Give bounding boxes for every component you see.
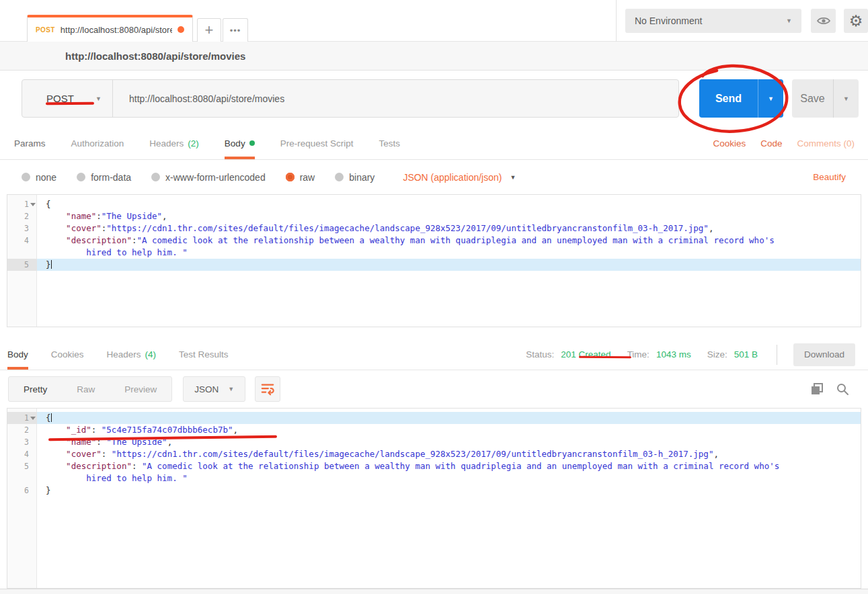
send-label[interactable]: Send bbox=[699, 79, 758, 118]
settings-button[interactable]: ⚙ bbox=[844, 9, 868, 33]
line-number: 6 bbox=[7, 484, 37, 497]
radio-icon bbox=[22, 173, 30, 181]
url-input[interactable] bbox=[113, 80, 678, 117]
request-tab-body[interactable]: Body bbox=[225, 128, 255, 159]
tab-options-button[interactable]: ••• bbox=[223, 18, 248, 42]
line-content: { bbox=[37, 412, 861, 424]
request-tabs: ParamsAuthorizationHeaders(2)BodyPre-req… bbox=[0, 128, 400, 159]
send-options-button[interactable]: ▼ bbox=[758, 79, 783, 118]
line-number: 3 bbox=[7, 436, 37, 448]
code-line: 6} bbox=[7, 484, 861, 497]
tab-method-badge: POST bbox=[36, 26, 55, 34]
request-tab-pre-request-script[interactable]: Pre-request Script bbox=[280, 128, 354, 159]
method-label: POST bbox=[46, 93, 74, 104]
request-tab-authorization[interactable]: Authorization bbox=[71, 128, 124, 159]
response-tab-test-results[interactable]: Test Results bbox=[179, 339, 229, 370]
link-code[interactable]: Code bbox=[760, 138, 782, 148]
line-content: "cover": "https://cdn1.thr.com/sites/def… bbox=[37, 448, 861, 460]
save-label[interactable]: Save bbox=[792, 79, 833, 118]
tab-url-label: http://localhost:8080/api/store/ bbox=[61, 25, 172, 35]
open-request-tab[interactable]: POST http://localhost:8080/api/store/ bbox=[27, 15, 193, 42]
code-line: 3 "name": "The Upside", bbox=[7, 436, 861, 448]
response-body-editor[interactable]: 1{2 "_id": "5c4e715fa74c07dbbb6ecb7b",3 … bbox=[7, 408, 861, 589]
response-meta-bar: BodyCookiesHeaders(4)Test Results Status… bbox=[0, 339, 868, 370]
request-tab-headers[interactable]: Headers(2) bbox=[149, 128, 199, 159]
tab-label: Headers bbox=[107, 349, 141, 359]
code-line: 3 "cover":"https://cdn1.thr.com/sites/de… bbox=[7, 222, 861, 235]
beautify-link[interactable]: Beautify bbox=[813, 172, 868, 182]
size-label: Size: bbox=[707, 349, 727, 359]
body-mode-raw[interactable]: raw bbox=[286, 172, 315, 183]
line-number bbox=[7, 472, 37, 484]
save-button[interactable]: Save ▼ bbox=[792, 79, 859, 118]
code-line: hired to help him. " bbox=[7, 247, 861, 259]
code-line: 4 "description":"A comedic look at the r… bbox=[7, 235, 861, 247]
response-tab-headers[interactable]: Headers(4) bbox=[107, 339, 157, 370]
eye-icon bbox=[817, 16, 830, 26]
body-mode-x-www-form-urlencoded[interactable]: x-www-form-urlencoded bbox=[151, 172, 266, 183]
wrap-lines-button[interactable] bbox=[255, 376, 280, 402]
save-options-button[interactable]: ▼ bbox=[833, 79, 859, 118]
format-label: JSON bbox=[194, 384, 219, 394]
status-footer bbox=[0, 589, 868, 594]
view-pretty[interactable]: Pretty bbox=[9, 384, 62, 394]
content-type-dropdown[interactable]: JSON (application/json) ▼ bbox=[403, 172, 516, 183]
fold-caret-icon[interactable] bbox=[30, 203, 36, 206]
response-tab-body[interactable]: Body bbox=[7, 339, 28, 370]
line-number: 3 bbox=[7, 222, 37, 235]
tab-label: Tests bbox=[379, 138, 400, 148]
code-line: 2 "_id": "5c4e715fa74c07dbbb6ecb7b", bbox=[7, 424, 861, 436]
body-mode-form-data[interactable]: form-data bbox=[77, 172, 131, 183]
tab-label: Authorization bbox=[71, 138, 124, 148]
environment-selector[interactable]: No Environment ▼ bbox=[625, 9, 801, 33]
code-line: 4 "cover": "https://cdn1.thr.com/sites/d… bbox=[7, 448, 861, 460]
mode-label: raw bbox=[300, 172, 315, 183]
send-button[interactable]: Send ▼ bbox=[699, 79, 783, 118]
link-cookies[interactable]: Cookies bbox=[713, 138, 746, 148]
search-icon[interactable] bbox=[836, 382, 849, 396]
radio-icon bbox=[335, 173, 344, 181]
wrap-text-icon bbox=[260, 382, 275, 396]
line-number: 2 bbox=[7, 210, 37, 222]
line-content: { bbox=[37, 198, 861, 210]
body-mode-binary[interactable]: binary bbox=[335, 172, 374, 183]
fold-caret-icon[interactable] bbox=[30, 417, 36, 420]
line-number: 1 bbox=[7, 198, 37, 210]
time-value: 1043 ms bbox=[656, 349, 691, 359]
request-tab-params[interactable]: Params bbox=[14, 128, 46, 159]
response-toolbar: PrettyRawPreview JSON ▼ bbox=[0, 370, 868, 408]
tab-label: Params bbox=[14, 138, 46, 148]
response-tab-cookies[interactable]: Cookies bbox=[51, 339, 84, 370]
copy-icon[interactable] bbox=[810, 382, 824, 396]
line-content: "description":"A comedic look at the rel… bbox=[37, 235, 861, 247]
gear-icon: ⚙ bbox=[849, 13, 863, 29]
radio-icon bbox=[286, 173, 294, 181]
request-title: http://localhost:8080/api/store/movies bbox=[65, 50, 245, 62]
environment-quick-look-button[interactable] bbox=[811, 9, 836, 33]
mode-label: x-www-form-urlencoded bbox=[165, 172, 266, 183]
mode-label: binary bbox=[349, 172, 374, 183]
body-mode-none[interactable]: none bbox=[22, 172, 56, 183]
line-content: "name": "The Upside", bbox=[37, 436, 861, 448]
tab-label: Pre-request Script bbox=[280, 138, 354, 148]
code-line: 1{ bbox=[7, 198, 861, 210]
request-tab-tests[interactable]: Tests bbox=[379, 128, 400, 159]
response-format-dropdown[interactable]: JSON ▼ bbox=[183, 376, 245, 402]
response-editor-lines: 1{2 "_id": "5c4e715fa74c07dbbb6ecb7b",3 … bbox=[7, 409, 861, 497]
view-raw[interactable]: Raw bbox=[62, 384, 110, 394]
request-body-editor[interactable]: 1{2 "name":"The Upside",3 "cover":"https… bbox=[7, 194, 861, 327]
line-content: "name":"The Upside", bbox=[37, 210, 861, 222]
view-preview[interactable]: Preview bbox=[110, 384, 171, 394]
new-tab-button[interactable]: + bbox=[197, 18, 221, 42]
code-line: 2 "name":"The Upside", bbox=[7, 210, 861, 222]
chevron-down-icon: ▼ bbox=[510, 174, 516, 181]
tab-label: Test Results bbox=[179, 349, 229, 359]
link-comments-0[interactable]: Comments (0) bbox=[797, 138, 855, 148]
tab-label: Headers bbox=[149, 138, 184, 148]
line-content: "cover":"https://cdn1.thr.com/sites/defa… bbox=[37, 222, 861, 235]
method-dropdown[interactable]: POST ▼ bbox=[22, 80, 113, 117]
chevron-down-icon: ▼ bbox=[843, 95, 849, 102]
download-button[interactable]: Download bbox=[793, 343, 855, 366]
size-value: 501 B bbox=[734, 349, 758, 359]
body-set-dot-icon bbox=[249, 140, 255, 146]
